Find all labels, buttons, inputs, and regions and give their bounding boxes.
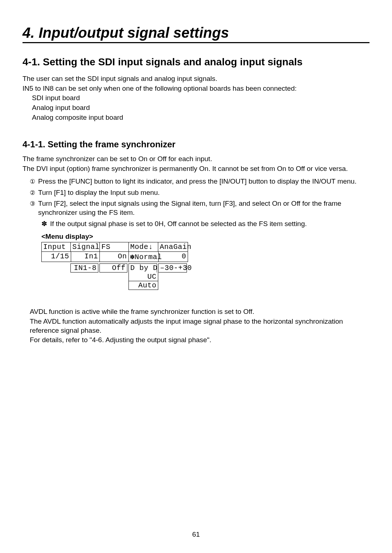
menu-value-row: 1/15 In1 On ✽Normal 0	[41, 251, 188, 262]
asterisk-icon: ✽	[41, 220, 47, 228]
menu-mode-uc: UC	[128, 273, 158, 281]
menu-value-input: 1/15	[42, 252, 71, 262]
fs-note-text: If the output signal phase is set to 0H,…	[50, 220, 307, 229]
intro-item-2: Analog input board	[23, 103, 369, 112]
fs-note: ✽ If the output signal phase is set to 0…	[23, 220, 369, 229]
page-number: 61	[0, 531, 392, 538]
intro-p1: The user can set the SDI input signals a…	[23, 74, 369, 83]
menu-display: Input Signal FS Mode↓ AnaGain 1/15 In1 O…	[41, 242, 369, 290]
avdl-p3: For details, refer to "4-6. Adjusting th…	[30, 336, 369, 345]
subsection-title: 4-1-1. Setting the frame synchronizer	[23, 139, 369, 149]
step-3-text: Turn [F2], select the input signals usin…	[38, 199, 369, 217]
menu-mode-auto-row: Auto	[41, 281, 188, 290]
circled-number-icon: ③	[30, 200, 35, 208]
fs-p1: The frame synchronizer can be set to On …	[23, 155, 369, 164]
menu-range-fs: Off	[99, 263, 127, 273]
fs-p2: The DVI input (option) frame synchronize…	[23, 164, 369, 173]
menu-header-input: Input	[42, 242, 70, 251]
circled-number-icon: ②	[30, 189, 35, 197]
menu-value-fs: On	[99, 252, 128, 262]
intro-item-1: SDI input board	[23, 94, 369, 103]
section-title: 4-1. Setting the SDI input signals and a…	[23, 56, 369, 68]
menu-mode-auto: Auto	[128, 281, 158, 290]
step-3: ③ Turn [F2], select the input signals us…	[23, 199, 369, 217]
menu-value-anagain: 0	[158, 252, 188, 262]
menu-display-label: <Menu display>	[23, 233, 369, 241]
menu-range-mode: D by D	[128, 263, 157, 273]
intro-p2: IN5 to IN8 can be set only when one of t…	[23, 84, 369, 93]
menu-range-anagain: –30-+30	[158, 263, 187, 273]
chapter-title: 4. Input/output signal settings	[23, 25, 369, 43]
menu-header-anagain: AnaGain	[158, 242, 188, 251]
menu-header-fs: FS	[99, 242, 128, 251]
menu-header-mode: Mode↓	[128, 242, 158, 251]
intro-item-3: Analog composite input board	[23, 113, 369, 122]
menu-value-signal: In1	[71, 252, 100, 262]
circled-number-icon: ①	[30, 177, 35, 186]
menu-value-mode: ✽Normal	[128, 252, 158, 262]
avdl-p2: The AVDL function automatically adjusts …	[30, 317, 369, 335]
menu-header-row: Input Signal FS Mode↓ AnaGain	[41, 242, 188, 251]
step-2: ② Turn [F1] to display the Input sub men…	[23, 188, 369, 197]
step-1: ① Press the [FUNC] button to light its i…	[23, 177, 369, 186]
menu-mode-uc-row: UC	[41, 273, 188, 281]
step-2-text: Turn [F1] to display the Input sub menu.	[38, 188, 160, 197]
step-1-text: Press the [FUNC] button to light its ind…	[38, 177, 356, 186]
menu-header-signal: Signal	[70, 242, 99, 251]
avdl-p1: AVDL function is active while the frame …	[30, 307, 369, 316]
menu-range-row: IN1-8 Off D by D –30-+30	[41, 263, 188, 273]
menu-range-signal: IN1-8	[70, 263, 98, 273]
